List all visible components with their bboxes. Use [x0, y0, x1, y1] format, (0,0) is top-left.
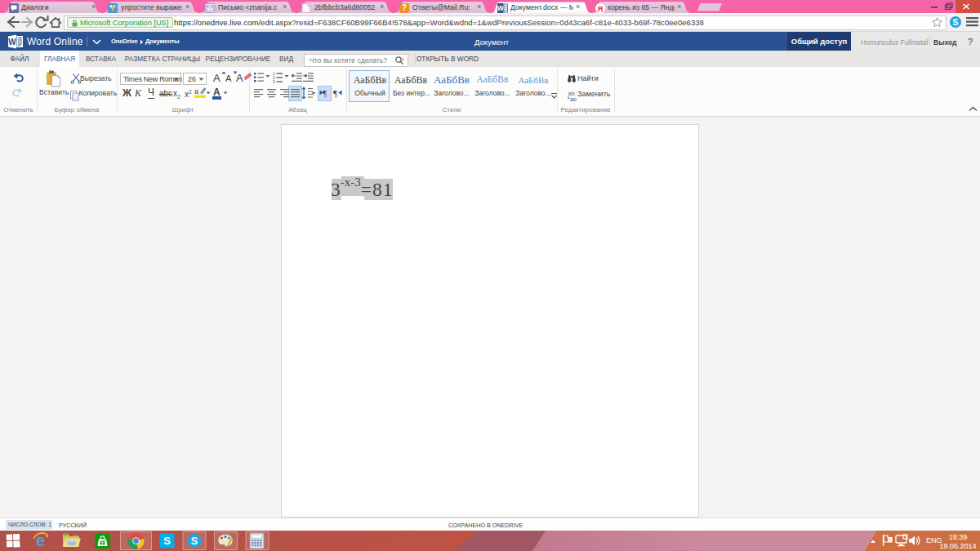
svg-text:S: S: [163, 535, 171, 547]
svg-text:W: W: [8, 38, 16, 47]
svg-text:W: W: [497, 4, 505, 12]
svg-text:ac: ac: [570, 96, 577, 103]
svg-text:Я: Я: [598, 4, 604, 13]
svg-text:S: S: [952, 17, 958, 27]
svg-text:?: ?: [402, 3, 407, 12]
svg-text:S: S: [191, 535, 198, 547]
